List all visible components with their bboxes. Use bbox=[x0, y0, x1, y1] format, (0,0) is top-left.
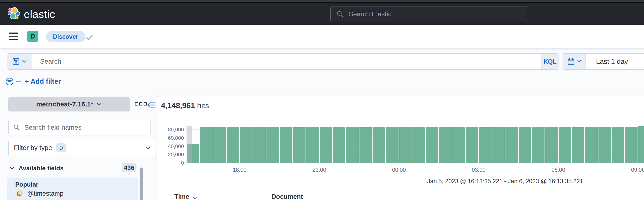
filter-dash bbox=[16, 81, 21, 82]
query-language-button[interactable]: KQL bbox=[541, 54, 558, 69]
data-view-name: metricbeat-7.16.1* bbox=[36, 101, 94, 108]
histogram-bar[interactable] bbox=[466, 127, 478, 163]
breadcrumb-discover[interactable]: Discover bbox=[46, 31, 86, 42]
field-item-timestamp[interactable]: @timestamp bbox=[15, 189, 64, 197]
histogram-bar[interactable] bbox=[598, 127, 611, 163]
filter-by-type-label: Filter by type bbox=[14, 144, 52, 152]
sidebar-scrollbar[interactable] bbox=[140, 167, 143, 200]
popular-fields-section: Popular @timestamp bbox=[7, 177, 138, 200]
query-search-input[interactable] bbox=[32, 54, 541, 69]
histogram-bar[interactable] bbox=[293, 127, 306, 163]
data-view-selector[interactable]: metricbeat-7.16.1* bbox=[8, 97, 130, 112]
y-axis-tick-label: 0 bbox=[160, 160, 184, 166]
histogram-bar[interactable] bbox=[253, 127, 266, 163]
chevron-down-icon bbox=[10, 167, 14, 170]
histogram-bar[interactable] bbox=[452, 127, 465, 163]
histogram-bar[interactable] bbox=[532, 127, 544, 163]
histogram-bar[interactable] bbox=[386, 127, 398, 163]
unified-histogram-panel: 4,148,961 hits 020,00040,00060,00080,000… bbox=[157, 96, 644, 200]
available-fields-accordion[interactable]: Available fields bbox=[10, 165, 64, 172]
available-fields-count-badge: 436 bbox=[122, 163, 136, 172]
histogram-bar[interactable] bbox=[306, 127, 319, 163]
hits-label: hits bbox=[197, 101, 209, 110]
histogram-plot bbox=[186, 126, 644, 163]
field-list-options-icon[interactable] bbox=[135, 103, 147, 106]
y-axis-tick-label: 80,000 bbox=[160, 126, 184, 133]
query-bar: KQL bbox=[7, 53, 559, 70]
column-header-document: Document bbox=[272, 193, 303, 200]
histogram-bar[interactable] bbox=[426, 127, 438, 163]
histogram-bar[interactable] bbox=[439, 127, 452, 163]
hits-number: 4,148,961 bbox=[161, 101, 195, 110]
histogram-bar[interactable] bbox=[492, 127, 505, 163]
top-nav-row: D Discover bbox=[0, 25, 644, 48]
histogram-bar[interactable] bbox=[266, 127, 279, 163]
histogram-bar[interactable] bbox=[346, 127, 359, 163]
brand-wordmark: elastic bbox=[24, 8, 55, 21]
field-search-input[interactable] bbox=[24, 124, 150, 132]
histogram-bar[interactable] bbox=[638, 126, 644, 163]
histogram-bar[interactable] bbox=[558, 127, 571, 163]
type-filter-count-badge: 0 bbox=[56, 143, 66, 152]
date-picker: Last 1 day bbox=[563, 53, 644, 70]
filter-by-type-dropdown[interactable]: Filter by type 0 bbox=[8, 140, 156, 156]
chevron-down-icon bbox=[577, 60, 581, 63]
column-header-time[interactable]: Time bbox=[174, 193, 198, 200]
x-axis-tick-label: 21:00 bbox=[308, 167, 331, 173]
histogram-bar[interactable] bbox=[333, 127, 345, 163]
field-search-box bbox=[8, 120, 150, 135]
y-axis-tick-label: 40,000 bbox=[160, 143, 184, 150]
histogram-y-axis: 020,00040,00060,00080,000 bbox=[160, 126, 184, 163]
date-picker-quick-menu-button[interactable] bbox=[563, 54, 586, 69]
saved-query-menu-button[interactable] bbox=[8, 54, 32, 69]
histogram-bar[interactable] bbox=[612, 127, 624, 163]
filter-menu-icon[interactable] bbox=[6, 77, 14, 86]
histogram-x-axis: 18:0021:0000:0003:0006:0009:00 bbox=[186, 167, 644, 174]
chevron-down-icon bbox=[22, 60, 26, 63]
field-name: @timestamp bbox=[27, 190, 64, 197]
collapse-sidebar-icon[interactable] bbox=[146, 101, 156, 109]
global-header: elastic bbox=[0, 3, 644, 25]
x-axis-tick-label: 03:00 bbox=[467, 167, 491, 173]
histogram-bar[interactable] bbox=[360, 127, 372, 163]
save-icon bbox=[12, 58, 20, 65]
histogram-bar[interactable] bbox=[572, 127, 584, 163]
histogram-bar[interactable] bbox=[585, 127, 598, 163]
time-range-value[interactable]: Last 1 day bbox=[586, 54, 644, 69]
popular-label: Popular bbox=[15, 181, 38, 188]
x-axis-tick-label: 00:00 bbox=[387, 167, 411, 173]
histogram-bar[interactable] bbox=[545, 127, 558, 163]
add-filter-button[interactable]: + Add filter bbox=[25, 77, 61, 85]
discover-app-badge[interactable]: D bbox=[27, 31, 38, 42]
documents-grid-divider bbox=[157, 190, 644, 190]
x-axis-tick-label: 06:00 bbox=[546, 167, 570, 173]
histogram-bar[interactable] bbox=[213, 127, 226, 163]
histogram-bar[interactable] bbox=[280, 127, 292, 163]
histogram-bar[interactable] bbox=[625, 127, 638, 163]
x-axis-tick-label: 18:00 bbox=[228, 167, 252, 173]
menu-hamburger-icon[interactable] bbox=[9, 33, 18, 40]
chevron-down-icon bbox=[146, 146, 151, 150]
histogram-bar[interactable] bbox=[320, 127, 332, 163]
partial-bucket-band bbox=[186, 126, 192, 163]
window-top-strip bbox=[0, 0, 644, 3]
histogram-bar[interactable] bbox=[479, 127, 492, 163]
histogram-bar[interactable] bbox=[372, 127, 385, 163]
histogram-bar[interactable] bbox=[412, 127, 425, 163]
histogram-bar[interactable] bbox=[519, 127, 532, 163]
y-axis-tick-label: 60,000 bbox=[160, 135, 184, 141]
elastic-logo-icon bbox=[8, 7, 20, 20]
hits-counter: 4,148,961 hits bbox=[161, 101, 209, 110]
histogram-bar[interactable] bbox=[226, 127, 239, 163]
histogram-bar[interactable] bbox=[506, 127, 518, 163]
calendar-icon bbox=[568, 58, 574, 65]
global-search-input[interactable] bbox=[348, 10, 527, 18]
time-column-label: Time bbox=[174, 193, 190, 200]
global-search-box[interactable] bbox=[330, 6, 527, 22]
y-axis-tick-label: 20,000 bbox=[160, 151, 184, 158]
x-axis-tick-label: 09:00 bbox=[626, 167, 644, 173]
histogram-bar[interactable] bbox=[240, 127, 252, 163]
checkmark-icon bbox=[85, 34, 93, 40]
histogram-bar[interactable] bbox=[200, 127, 213, 163]
histogram-bar[interactable] bbox=[399, 127, 412, 163]
